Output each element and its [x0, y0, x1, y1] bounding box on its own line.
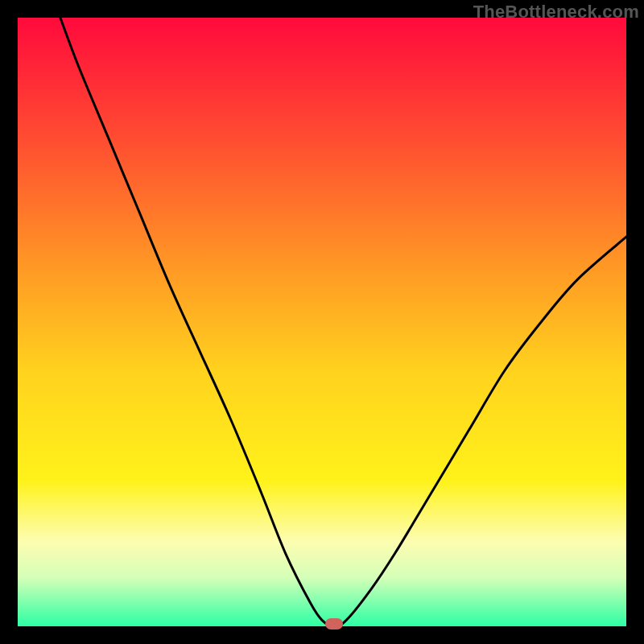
chart-container: TheBottleneck.com [0, 0, 644, 644]
bottleneck-curve [0, 0, 644, 644]
optimal-point-marker [325, 618, 343, 630]
